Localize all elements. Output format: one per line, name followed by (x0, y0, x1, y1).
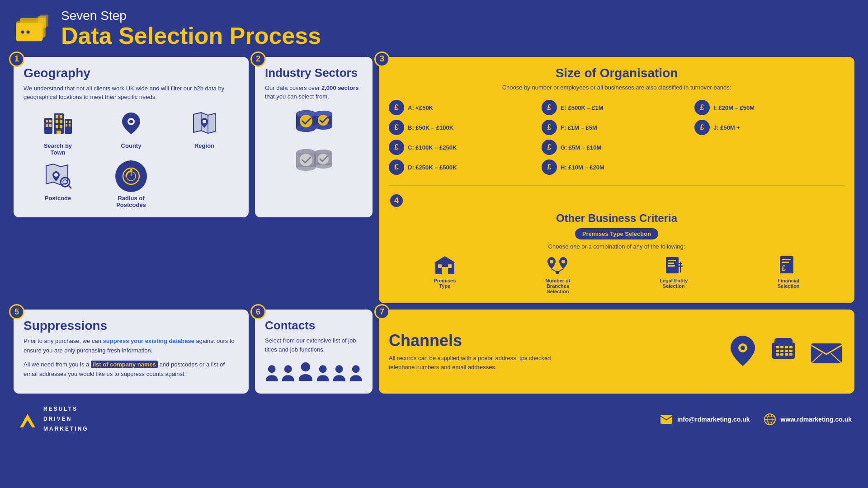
step6-description: Select from our extensive list of job ti… (265, 336, 363, 354)
footer-website: www.rdmarketing.co.uk (781, 416, 852, 423)
svg-rect-80 (794, 268, 797, 274)
rdm-logo-icon (16, 410, 39, 428)
svg-rect-15 (60, 115, 62, 118)
location-channel-icon (727, 333, 759, 370)
step6-card: 6 Contacts Select from our extensive lis… (255, 310, 373, 394)
financial-item: £ FinancialSelection (777, 255, 800, 289)
step4-title: Other Business Criteria (389, 212, 844, 225)
phone-channel-icon (768, 333, 799, 370)
geo-placeholder (170, 160, 239, 208)
svg-point-88 (352, 366, 359, 373)
size-J-label: J: £50M + (713, 124, 740, 131)
svg-point-4 (21, 30, 24, 33)
svg-point-5 (27, 30, 30, 33)
person-2 (281, 362, 295, 385)
header-text: Seven Step Data Selection Process (61, 9, 321, 49)
company-names-highlight: list of company names (91, 361, 158, 368)
svg-rect-100 (789, 350, 793, 352)
step4-description: Choose one or a combination of any of th… (389, 243, 844, 250)
size-placeholder-1 (694, 140, 844, 155)
svg-rect-102 (780, 353, 783, 356)
svg-point-86 (319, 366, 326, 373)
footer-logo-text: RESULTSDRIVENMARKETING (43, 404, 89, 434)
step3-title: Size of Organisation (389, 66, 844, 80)
svg-rect-97 (776, 350, 779, 352)
pound-H: £ (542, 160, 557, 175)
financial-icon: £ (777, 255, 800, 276)
svg-point-30 (203, 120, 206, 123)
pound-C: £ (389, 140, 404, 155)
step7-badge: 7 (374, 304, 390, 319)
step1-badge: 1 (9, 52, 24, 67)
svg-text:£: £ (782, 264, 786, 272)
contact-people-icons (265, 359, 363, 385)
logo (14, 13, 52, 45)
footer-contact: info@rdmarketing.co.uk www.rdmarketing.c… (660, 413, 852, 426)
svg-rect-94 (780, 346, 783, 348)
step7-card: 7 Channels All records can be supplied w… (379, 310, 854, 394)
county-icon (117, 109, 146, 138)
svg-rect-78 (782, 262, 789, 263)
person-5 (332, 362, 346, 385)
size-D-label: D: £250K – £500K (408, 164, 457, 171)
size-placeholder-2 (694, 160, 844, 175)
step1-card: 1 Geography We understand that not all c… (14, 57, 249, 217)
premises-type-icon (434, 255, 456, 276)
svg-rect-92 (774, 338, 793, 344)
pound-I: £ (694, 100, 710, 115)
svg-rect-93 (776, 346, 779, 348)
step2-title: Industry Sectors (265, 66, 363, 80)
svg-point-27 (129, 120, 133, 123)
step2-badge: 2 (250, 52, 266, 67)
size-F-label: F: £1M – £5M (561, 124, 597, 131)
geo-postcode: Postcode (24, 160, 92, 208)
size-C-label: C: £100K – £250K (408, 144, 457, 151)
svg-rect-23 (69, 121, 71, 123)
step5-card: 5 Suppressions Prior to any purchase, we… (14, 310, 249, 394)
svg-rect-98 (780, 350, 783, 352)
legal-entity-item: Legal EntitySelection (660, 255, 688, 289)
step6-title: Contacts (265, 319, 363, 333)
premises-badge: Premises Type Selection (575, 228, 658, 239)
footer: RESULTSDRIVENMARKETING info@rdmarketing.… (14, 404, 854, 434)
size-E-label: E: £500K – £1M (561, 104, 604, 111)
header: Seven Step Data Selection Process (14, 9, 854, 49)
db-left (293, 106, 334, 177)
svg-rect-61 (442, 267, 448, 274)
postcode-label: Postcode (45, 195, 71, 202)
step6-badge: 6 (250, 304, 266, 319)
size-I: £ I: £20M – £50M (694, 100, 844, 115)
radius-icon-circle (115, 160, 147, 192)
size-J: £ J: £50M + (694, 120, 844, 135)
suppress-highlight: suppress your existing database (103, 338, 194, 344)
town-label: Search byTown (44, 142, 72, 156)
step2-description: Our data covers over 2,000 sectors that … (265, 84, 363, 101)
step5-title: Suppressions (24, 319, 239, 333)
svg-rect-104 (789, 353, 793, 356)
size-H-label: H: £10M – £20M (561, 164, 604, 171)
header-title: Data Selection Process (61, 23, 321, 49)
svg-point-87 (335, 366, 343, 373)
size-A: £ A: <£50K (389, 100, 539, 115)
region-icon (190, 109, 219, 138)
step1-title: Geography (24, 66, 239, 80)
svg-rect-9 (46, 120, 48, 122)
svg-rect-95 (785, 346, 788, 348)
step5-para2: All we need from you is a list of compan… (24, 360, 239, 379)
premises-type-item: PremisesType (434, 255, 456, 289)
branches-icon (545, 255, 570, 276)
geo-region: Region (170, 108, 239, 156)
svg-rect-17 (60, 120, 62, 123)
financial-label: FinancialSelection (778, 278, 800, 289)
step5-para1: Prior to any purchase, we can suppress y… (24, 337, 239, 356)
size-A-label: A: <£50K (408, 104, 433, 111)
pound-D: £ (389, 160, 404, 175)
radius-label: Radius ofPostcodes (116, 195, 146, 208)
svg-rect-7 (40, 14, 48, 26)
svg-rect-72 (668, 265, 675, 267)
svg-rect-81 (797, 264, 799, 274)
size-I-label: I: £20M – £50M (713, 104, 755, 111)
branches-item: Number ofBranchesSelection (545, 255, 570, 294)
svg-point-65 (561, 260, 565, 263)
size-G-label: G: £5M – £10M (561, 144, 601, 151)
